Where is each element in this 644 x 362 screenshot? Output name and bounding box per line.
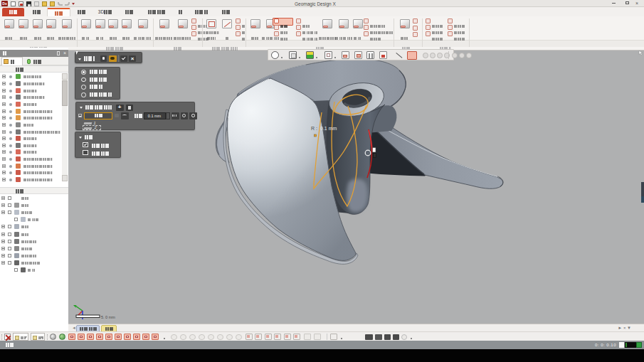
svg-text:0.1 mm: 0.1 mm bbox=[320, 126, 337, 131]
svg-text:R :: R : bbox=[311, 126, 317, 131]
svg-text:5. 0 mm: 5. 0 mm bbox=[101, 315, 115, 319]
